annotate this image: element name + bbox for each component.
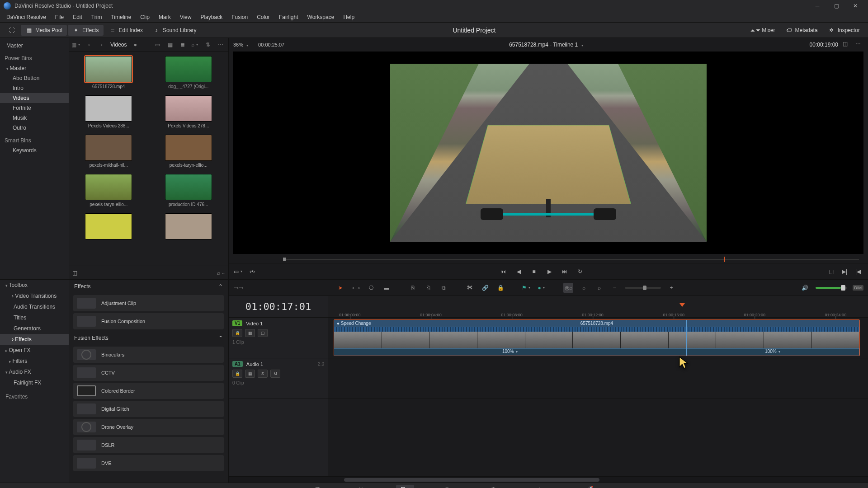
- page-deliver[interactable]: 🚀Deliver: [580, 485, 604, 488]
- sound-library-toggle[interactable]: ♪Sound Library: [148, 25, 201, 36]
- viewer-more-icon[interactable]: ⋯: [855, 41, 863, 49]
- fx-binoculars[interactable]: Binoculars: [73, 347, 224, 363]
- page-fusion[interactable]: ◉Fusion: [438, 485, 462, 488]
- collapse-icon[interactable]: ⌃: [218, 283, 223, 290]
- pb-fortnite[interactable]: Fortnite: [0, 103, 69, 113]
- video-track-header[interactable]: V1 Video 1 🔒 ▦ ▢ 1 Clip: [229, 318, 328, 358]
- play-icon[interactable]: ▶: [545, 267, 554, 276]
- menu-help[interactable]: Help: [339, 12, 359, 22]
- video-clip[interactable]: ● Speed Change 657518728.mp4 100% 100%: [334, 319, 860, 356]
- menu-workspace[interactable]: Workspace: [303, 12, 339, 22]
- fx-video-transitions[interactable]: › Video Transitions: [0, 291, 69, 301]
- fx-filters[interactable]: Filters: [0, 356, 69, 366]
- speed-segment-1[interactable]: 100%: [334, 349, 686, 356]
- metadata-toggle[interactable]: 🏷Metadata: [781, 25, 822, 36]
- in-out-range-icon[interactable]: ⬚: [826, 267, 835, 276]
- insert-clip-icon[interactable]: ⎘: [408, 283, 418, 293]
- sb-keywords[interactable]: Keywords: [0, 145, 69, 155]
- a1-auto-select-icon[interactable]: ▦: [245, 370, 255, 378]
- match-frame-icon[interactable]: ‹•›: [248, 267, 257, 276]
- zoom-slider[interactable]: [625, 287, 661, 289]
- viewer-canvas[interactable]: [233, 52, 863, 254]
- jump-end-icon[interactable]: ⏭: [560, 267, 569, 276]
- fx-drone-overlay[interactable]: Drone Overlay: [73, 419, 224, 435]
- timeline-timecode[interactable]: 01:00:17:01: [229, 296, 328, 318]
- v1-badge[interactable]: V1: [232, 320, 242, 326]
- timeline-ruler[interactable]: 01:00:00:00 01:00:04:00 01:00:08:00 01:0…: [328, 296, 868, 318]
- fx-generators[interactable]: Generators: [0, 323, 69, 334]
- collapse-icon[interactable]: ⌃: [218, 335, 223, 341]
- fx-adjustment-clip[interactable]: Adjustment Clip: [73, 295, 224, 311]
- clip-thumb[interactable]: dog_-_4727 (Origi...: [153, 56, 224, 89]
- menu-file[interactable]: File: [51, 12, 68, 22]
- pb-abo-button[interactable]: Abo Button: [0, 73, 69, 83]
- pb-musik[interactable]: Musik: [0, 113, 69, 123]
- page-color[interactable]: ◑Color: [485, 485, 506, 488]
- volume-icon[interactable]: 🔊: [800, 283, 810, 293]
- viewer-overlay-menu[interactable]: ▭▾: [234, 267, 243, 276]
- page-media[interactable]: ▦Media: [308, 485, 331, 488]
- timeline-view-options[interactable]: ▭▭: [233, 283, 243, 293]
- nav-fwd-icon[interactable]: ›: [98, 41, 106, 49]
- footer-search-icon[interactable]: ⌕: [217, 270, 220, 276]
- go-out-icon[interactable]: |◀: [854, 267, 863, 276]
- v1-auto-select-icon[interactable]: ▦: [245, 329, 255, 337]
- viewer-zoom[interactable]: 36% ▾: [233, 42, 250, 47]
- media-pool-toggle[interactable]: ▦Media Pool: [21, 25, 67, 36]
- loop-icon[interactable]: ↻: [576, 267, 585, 276]
- clip-thumb[interactable]: pexels-mikhail-nil...: [73, 135, 144, 168]
- clip-thumb[interactable]: Pexels Videos 288...: [73, 95, 144, 128]
- v1-lock-icon[interactable]: 🔒: [232, 329, 242, 337]
- a1-solo-button[interactable]: S: [258, 370, 268, 378]
- fx-dslr[interactable]: DSLR: [73, 437, 224, 453]
- a1-badge[interactable]: A1: [232, 361, 243, 367]
- stop-icon[interactable]: ■: [529, 267, 538, 276]
- snap-icon[interactable]: ◎⌕: [563, 283, 573, 293]
- window-maximize-button[interactable]: ▢: [827, 0, 845, 12]
- marker-icon[interactable]: ●▾: [537, 283, 547, 293]
- pb-outro[interactable]: Outro: [0, 123, 69, 133]
- page-edit[interactable]: ▤Edit: [396, 485, 414, 488]
- razor-icon[interactable]: ✀: [465, 283, 475, 293]
- view-poster-icon[interactable]: ▭: [153, 41, 161, 49]
- fx-cctv[interactable]: CCTV: [73, 365, 224, 381]
- menu-davinci[interactable]: DaVinci Resolve: [2, 12, 51, 22]
- edit-index-toggle[interactable]: ≣Edit Index: [104, 25, 147, 36]
- window-minimize-button[interactable]: ─: [808, 0, 826, 12]
- pb-intro[interactable]: Intro: [0, 83, 69, 93]
- v1-enable-icon[interactable]: ▢: [258, 329, 268, 337]
- viewer-split-icon[interactable]: ◫: [843, 41, 851, 49]
- fx-digital-glitch[interactable]: Digital Glitch: [73, 401, 224, 417]
- zoom-detail-icon[interactable]: ⌕: [594, 283, 604, 293]
- fx-dve[interactable]: DVE: [73, 455, 224, 471]
- menu-playback[interactable]: Playback: [196, 12, 227, 22]
- timeline-scrollbar[interactable]: [229, 476, 868, 483]
- a1-lock-icon[interactable]: 🔒: [232, 370, 242, 378]
- fullscreen-toggle[interactable]: ⛶: [4, 25, 20, 36]
- speed-segment-2[interactable]: 100%: [686, 349, 860, 356]
- playhead[interactable]: [682, 296, 682, 476]
- selection-tool-icon[interactable]: ➤: [335, 283, 345, 293]
- viewer-scrubber[interactable]: [229, 256, 863, 263]
- a1-mute-button[interactable]: M: [270, 370, 280, 378]
- bin-dropdown-icon[interactable]: ▥▾: [72, 41, 80, 49]
- fx-audio-fx[interactable]: Audio FX: [0, 366, 69, 377]
- menu-edit[interactable]: Edit: [68, 12, 87, 22]
- view-thumb-icon[interactable]: ▦: [166, 41, 174, 49]
- fx-effects[interactable]: › Effects: [0, 334, 69, 345]
- footer-more-icon[interactable]: ⋯: [222, 270, 225, 276]
- clip-thumb[interactable]: pexels-taryn-ellio...: [153, 135, 224, 168]
- fx-toolbox[interactable]: Toolbox: [0, 280, 69, 291]
- nav-back-icon[interactable]: ‹: [85, 41, 93, 49]
- zoom-to-fit-icon[interactable]: ⌕: [579, 283, 589, 293]
- menu-clip[interactable]: Clip: [136, 12, 154, 22]
- viewer-title[interactable]: 657518728.mp4 - Timeline 1 ▾: [284, 42, 809, 48]
- fx-audio-transitions[interactable]: Audio Transitions: [0, 301, 69, 312]
- timeline-tracks-area[interactable]: 01:00:00:00 01:00:04:00 01:00:08:00 01:0…: [328, 296, 868, 476]
- dim-button[interactable]: DIM: [853, 285, 864, 291]
- flag-icon[interactable]: ⚑▾: [522, 283, 532, 293]
- more-icon[interactable]: ⋯: [217, 41, 225, 49]
- clip-thumb[interactable]: [153, 213, 224, 241]
- menu-color[interactable]: Color: [252, 12, 274, 22]
- go-in-icon[interactable]: ▶|: [840, 267, 849, 276]
